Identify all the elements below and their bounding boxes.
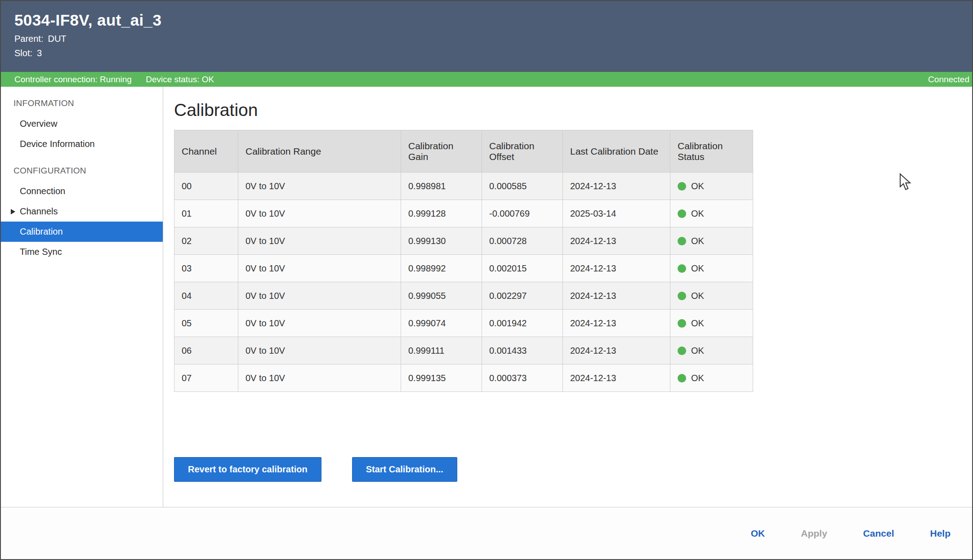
column-header-range: Calibration Range: [238, 130, 401, 173]
cell-gain: 0.999128: [401, 200, 482, 227]
cell-date: 2024-12-13: [563, 310, 670, 337]
cell-date: 2024-12-13: [563, 227, 670, 255]
status-ok-icon: [678, 264, 686, 273]
cell-status: OK: [670, 282, 753, 310]
sidebar-item-label: Device Information: [20, 139, 95, 149]
cell-range: 0V to 10V: [238, 227, 401, 255]
action-button-row: Revert to factory calibration Start Cali…: [174, 457, 972, 482]
cell-status: OK: [670, 227, 753, 255]
cell-channel: 00: [174, 173, 238, 200]
cell-range: 0V to 10V: [238, 255, 401, 282]
table-row: 040V to 10V0.9990550.0022972024-12-13OK: [174, 282, 753, 310]
header-row: ChannelCalibration RangeCalibration Gain…: [174, 130, 753, 173]
cell-channel: 01: [174, 200, 238, 227]
cell-range: 0V to 10V: [238, 310, 401, 337]
cell-channel: 07: [174, 364, 238, 392]
sidebar-item-label: Calibration: [20, 227, 63, 236]
start-calibration-button[interactable]: Start Calibration...: [352, 457, 457, 482]
status-ok-icon: [678, 347, 686, 355]
ok-button[interactable]: OK: [751, 528, 765, 539]
cell-status: OK: [670, 200, 753, 227]
sidebar-item-connection[interactable]: Connection: [1, 181, 163, 201]
apply-button[interactable]: Apply: [801, 528, 827, 539]
help-button[interactable]: Help: [930, 528, 951, 539]
revert-factory-calibration-button[interactable]: Revert to factory calibration: [174, 457, 321, 482]
cell-gain: 0.999130: [401, 227, 482, 255]
slot-value: 3: [37, 48, 42, 58]
parent-value: DUT: [48, 34, 66, 44]
cell-offset: 0.000728: [482, 227, 563, 255]
table-row: 060V to 10V0.9991110.0014332024-12-13OK: [174, 337, 753, 364]
sidebar-item-channels[interactable]: Channels: [1, 201, 163, 222]
cell-channel: 05: [174, 310, 238, 337]
device-header: 5034-IF8V, aut_ai_3 Parent:DUT Slot:3: [1, 1, 972, 72]
content-area: INFORMATIONOverviewDevice InformationCON…: [1, 87, 972, 507]
cell-date: 2024-12-13: [563, 337, 670, 364]
table-row: 050V to 10V0.9990740.0019422024-12-13OK: [174, 310, 753, 337]
status-ok-icon: [678, 209, 686, 218]
cell-offset: 0.001942: [482, 310, 563, 337]
sidebar-item-time-sync[interactable]: Time Sync: [1, 242, 163, 262]
table-row: 020V to 10V0.9991300.0007282024-12-13OK: [174, 227, 753, 255]
cell-range: 0V to 10V: [238, 364, 401, 392]
cell-gain: 0.999074: [401, 310, 482, 337]
parent-row: Parent:DUT: [14, 34, 959, 44]
cell-offset: 0.002015: [482, 255, 563, 282]
calibration-table: ChannelCalibration RangeCalibration Gain…: [174, 130, 753, 392]
cell-date: 2024-12-13: [563, 364, 670, 392]
status-ok-icon: [678, 237, 686, 245]
cell-offset: 0.002297: [482, 282, 563, 310]
cell-status: OK: [670, 310, 753, 337]
slot-row: Slot:3: [14, 48, 959, 58]
column-header-offset: Calibration Offset: [482, 130, 563, 173]
cell-status: OK: [670, 173, 753, 200]
cell-gain: 0.999111: [401, 337, 482, 364]
controller-connection-status: Controller connection: Running: [14, 75, 132, 84]
status-ok-icon: [678, 292, 686, 300]
cell-date: 2025-03-14: [563, 200, 670, 227]
cell-status: OK: [670, 255, 753, 282]
status-ok-icon: [678, 319, 686, 328]
sidebar-section-heading: INFORMATION: [1, 93, 163, 114]
status-ok-icon: [678, 374, 686, 382]
status-bar: Controller connection: Running Device st…: [1, 72, 972, 87]
table-row: 000V to 10V0.9989810.0005852024-12-13OK: [174, 173, 753, 200]
cancel-button[interactable]: Cancel: [863, 528, 894, 539]
sidebar-nav: INFORMATIONOverviewDevice InformationCON…: [1, 87, 163, 507]
cell-date: 2024-12-13: [563, 255, 670, 282]
cell-status: OK: [670, 364, 753, 392]
device-status: Device status: OK: [146, 75, 214, 84]
cell-gain: 0.998992: [401, 255, 482, 282]
cell-channel: 06: [174, 337, 238, 364]
table-row: 070V to 10V0.9991350.0003732024-12-13OK: [174, 364, 753, 392]
cell-gain: 0.998981: [401, 173, 482, 200]
connected-indicator: Connected: [928, 75, 969, 84]
expander-arrow-icon[interactable]: [11, 209, 15, 214]
column-header-channel: Channel: [174, 130, 238, 173]
cell-range: 0V to 10V: [238, 200, 401, 227]
cell-date: 2024-12-13: [563, 173, 670, 200]
cell-offset: 0.000585: [482, 173, 563, 200]
sidebar-item-overview[interactable]: Overview: [1, 114, 163, 134]
cell-status: OK: [670, 337, 753, 364]
calibration-table-head: ChannelCalibration RangeCalibration Gain…: [174, 130, 753, 173]
sidebar-item-calibration[interactable]: Calibration: [1, 222, 163, 242]
cell-channel: 03: [174, 255, 238, 282]
table-row: 030V to 10V0.9989920.0020152024-12-13OK: [174, 255, 753, 282]
cell-offset: 0.001433: [482, 337, 563, 364]
cell-offset: 0.000373: [482, 364, 563, 392]
status-bar-left: Controller connection: Running Device st…: [14, 75, 214, 84]
cell-date: 2024-12-13: [563, 282, 670, 310]
device-title: 5034-IF8V, aut_ai_3: [14, 11, 959, 30]
column-header-gain: Calibration Gain: [401, 130, 482, 173]
cell-channel: 02: [174, 227, 238, 255]
dialog-footer: OK Apply Cancel Help: [1, 507, 972, 559]
sidebar-item-label: Connection: [20, 186, 65, 196]
cell-range: 0V to 10V: [238, 282, 401, 310]
sidebar-section-heading: CONFIGURATION: [1, 160, 163, 181]
cell-range: 0V to 10V: [238, 173, 401, 200]
cell-gain: 0.999135: [401, 364, 482, 392]
cell-offset: -0.000769: [482, 200, 563, 227]
sidebar-item-label: Overview: [20, 119, 57, 129]
sidebar-item-device-information[interactable]: Device Information: [1, 134, 163, 154]
